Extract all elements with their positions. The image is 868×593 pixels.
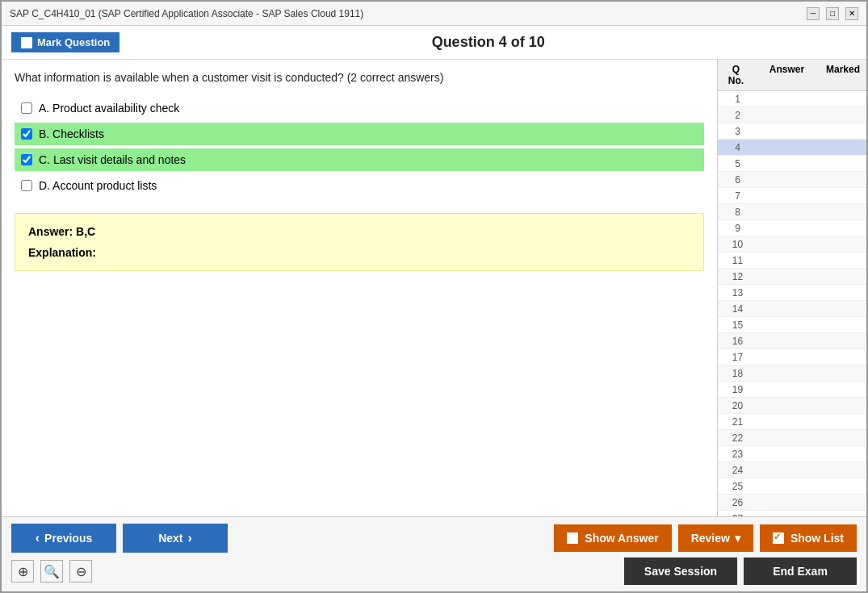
col-header-answer: Answer: [754, 60, 820, 90]
option-d-label: D. Account product lists: [39, 179, 157, 192]
list-item[interactable]: 15: [718, 317, 866, 333]
option-b-checkbox[interactable]: [21, 128, 32, 140]
show-answer-label: Show Answer: [585, 532, 658, 545]
next-label: Next: [158, 532, 182, 545]
answer-box: Answer: B,C Explanation:: [15, 213, 704, 271]
question-panel: What information is available when a cus…: [2, 60, 717, 516]
answer-text: Answer: B,C: [28, 225, 690, 238]
list-item[interactable]: 21: [718, 414, 866, 430]
options-list: A. Product availability check B. Checkli…: [15, 97, 704, 197]
list-item[interactable]: 20: [718, 398, 866, 414]
option-b[interactable]: B. Checklists: [15, 123, 704, 145]
previous-label: Previous: [44, 532, 92, 545]
end-exam-button[interactable]: End Exam: [744, 558, 857, 585]
row-qno: 14: [718, 303, 754, 315]
list-item[interactable]: 19: [718, 382, 866, 398]
list-item[interactable]: 14: [718, 301, 866, 317]
list-item[interactable]: 6: [718, 172, 866, 188]
list-item[interactable]: 26: [718, 495, 866, 511]
option-c-checkbox[interactable]: [21, 154, 32, 165]
row-qno: 3: [718, 126, 754, 137]
option-a-label: A. Product availability check: [39, 102, 179, 115]
option-d[interactable]: D. Account product lists: [15, 174, 704, 197]
list-item[interactable]: 22: [718, 430, 866, 446]
list-item[interactable]: 3: [718, 123, 866, 140]
window-title: SAP C_C4H410_01 (SAP Certified Applicati…: [10, 8, 363, 19]
row-qno: 17: [718, 352, 754, 363]
list-item[interactable]: 25: [718, 478, 866, 495]
option-d-checkbox[interactable]: [21, 180, 32, 191]
row-qno: 13: [718, 287, 754, 299]
question-list[interactable]: 1234567891011121314151617181920212223242…: [718, 91, 866, 516]
show-answer-icon: [567, 532, 578, 544]
list-item[interactable]: 1: [718, 91, 866, 107]
show-list-check-icon: [773, 532, 784, 544]
list-item[interactable]: 23: [718, 446, 866, 462]
list-item[interactable]: 4: [718, 140, 866, 156]
list-item[interactable]: 13: [718, 285, 866, 301]
row-qno: 25: [718, 481, 754, 492]
row-qno: 18: [718, 368, 754, 379]
row-qno: 1: [718, 94, 754, 105]
row-qno: 16: [718, 336, 754, 347]
list-item[interactable]: 11: [718, 253, 866, 269]
window-controls: ─ □ ✕: [807, 7, 858, 20]
list-item[interactable]: 2: [718, 107, 866, 123]
row-qno: 9: [718, 223, 754, 234]
zoom-normal-button[interactable]: 🔍: [40, 560, 63, 583]
show-list-label: Show List: [790, 532, 844, 545]
list-item[interactable]: 9: [718, 220, 866, 236]
list-item[interactable]: 16: [718, 333, 866, 349]
close-button[interactable]: ✕: [845, 7, 858, 20]
row-qno: 21: [718, 416, 754, 428]
bottom-bar: ‹ Previous Next › Show Answer Review ▾: [2, 516, 866, 591]
list-item[interactable]: 7: [718, 188, 866, 204]
row-qno: 19: [718, 384, 754, 395]
list-item[interactable]: 24: [718, 462, 866, 478]
action-row: ⊕ 🔍 ⊖ Save Session End Exam: [11, 558, 857, 585]
list-item[interactable]: 12: [718, 269, 866, 285]
review-button[interactable]: Review ▾: [678, 524, 753, 552]
option-a[interactable]: A. Product availability check: [15, 97, 704, 119]
option-a-checkbox[interactable]: [21, 102, 32, 114]
review-label: Review: [691, 532, 730, 545]
previous-button[interactable]: ‹ Previous: [11, 524, 116, 553]
row-qno: 24: [718, 465, 754, 476]
question-title: Question 4 of 10: [120, 34, 857, 51]
next-arrow-icon: ›: [188, 531, 192, 545]
option-c[interactable]: C. Last visit details and notes: [15, 148, 704, 171]
end-exam-label: End Exam: [773, 565, 828, 578]
mark-question-button[interactable]: Mark Question: [11, 32, 120, 52]
content-area: What information is available when a cus…: [2, 60, 866, 516]
zoom-out-icon: ⊖: [76, 564, 86, 579]
list-item[interactable]: 10: [718, 236, 866, 253]
nav-row: ‹ Previous Next › Show Answer Review ▾: [11, 524, 857, 553]
list-item[interactable]: 18: [718, 365, 866, 382]
minimize-button[interactable]: ─: [807, 7, 820, 20]
show-list-button[interactable]: Show List: [760, 524, 857, 552]
side-panel-header: Q No. Answer Marked: [718, 60, 866, 91]
list-item[interactable]: 8: [718, 204, 866, 220]
row-qno: 10: [718, 239, 754, 250]
maximize-button[interactable]: □: [826, 7, 839, 20]
row-qno: 22: [718, 432, 754, 444]
list-item[interactable]: 27: [718, 511, 866, 516]
title-bar: SAP C_C4H410_01 (SAP Certified Applicati…: [2, 2, 866, 26]
row-qno: 12: [718, 271, 754, 282]
side-panel: Q No. Answer Marked 12345678910111213141…: [717, 60, 866, 516]
main-window: SAP C_C4H410_01 (SAP Certified Applicati…: [0, 0, 868, 593]
next-button[interactable]: Next ›: [123, 524, 228, 553]
save-session-button[interactable]: Save Session: [624, 558, 737, 585]
prev-arrow-icon: ‹: [36, 531, 40, 545]
option-b-label: B. Checklists: [39, 127, 104, 140]
list-item[interactable]: 17: [718, 349, 866, 365]
zoom-out-button[interactable]: ⊖: [69, 560, 92, 583]
col-header-marked: Marked: [820, 60, 866, 90]
top-bar: Mark Question Question 4 of 10: [2, 26, 866, 60]
mark-button-label: Mark Question: [37, 36, 110, 48]
review-arrow-icon: ▾: [735, 532, 740, 545]
zoom-in-button[interactable]: ⊕: [11, 560, 34, 583]
show-answer-button[interactable]: Show Answer: [554, 524, 671, 552]
list-item[interactable]: 5: [718, 156, 866, 172]
question-text: What information is available when a cus…: [15, 71, 704, 84]
